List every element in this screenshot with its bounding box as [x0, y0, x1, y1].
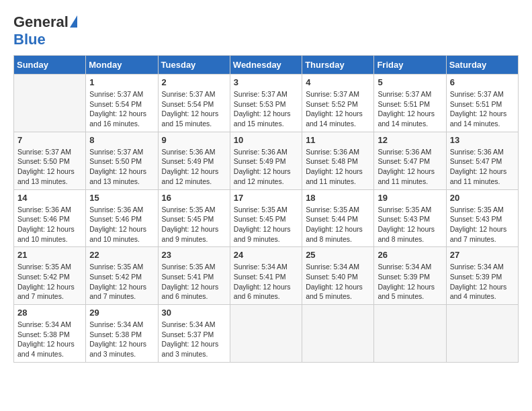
calendar-cell	[14, 75, 86, 132]
day-number: 20	[450, 193, 515, 203]
col-header-friday: Friday	[374, 56, 446, 75]
calendar-cell: 21Sunrise: 5:35 AM Sunset: 5:42 PM Dayli…	[14, 247, 86, 305]
calendar-cell: 10Sunrise: 5:36 AM Sunset: 5:49 PM Dayli…	[230, 132, 302, 189]
day-info: Sunrise: 5:35 AM Sunset: 5:45 PM Dayligh…	[234, 205, 298, 244]
calendar-cell: 13Sunrise: 5:36 AM Sunset: 5:47 PM Dayli…	[446, 132, 518, 189]
calendar-week-5: 28Sunrise: 5:34 AM Sunset: 5:38 PM Dayli…	[14, 305, 519, 363]
calendar-cell: 2Sunrise: 5:37 AM Sunset: 5:54 PM Daylig…	[158, 75, 230, 132]
day-info: Sunrise: 5:34 AM Sunset: 5:39 PM Dayligh…	[378, 262, 442, 302]
day-number: 6	[450, 77, 515, 87]
day-number: 28	[17, 308, 82, 318]
calendar-cell: 6Sunrise: 5:37 AM Sunset: 5:51 PM Daylig…	[446, 75, 518, 132]
day-number: 30	[162, 308, 226, 318]
day-number: 15	[89, 193, 154, 203]
calendar-cell	[374, 305, 446, 363]
day-number: 14	[17, 193, 82, 203]
day-info: Sunrise: 5:34 AM Sunset: 5:38 PM Dayligh…	[17, 320, 82, 359]
day-info: Sunrise: 5:36 AM Sunset: 5:49 PM Dayligh…	[234, 147, 298, 187]
calendar-cell: 30Sunrise: 5:34 AM Sunset: 5:37 PM Dayli…	[158, 305, 230, 363]
col-header-thursday: Thursday	[302, 56, 374, 75]
day-info: Sunrise: 5:35 AM Sunset: 5:43 PM Dayligh…	[378, 205, 442, 244]
calendar-cell	[446, 305, 518, 363]
day-number: 1	[89, 77, 154, 87]
day-number: 27	[450, 250, 515, 260]
day-number: 16	[162, 193, 226, 203]
day-info: Sunrise: 5:36 AM Sunset: 5:46 PM Dayligh…	[89, 205, 154, 244]
day-number: 11	[306, 135, 370, 145]
day-info: Sunrise: 5:35 AM Sunset: 5:41 PM Dayligh…	[162, 262, 226, 302]
day-info: Sunrise: 5:36 AM Sunset: 5:46 PM Dayligh…	[17, 205, 82, 244]
day-info: Sunrise: 5:36 AM Sunset: 5:47 PM Dayligh…	[378, 147, 442, 187]
col-header-tuesday: Tuesday	[158, 56, 230, 75]
calendar-week-3: 14Sunrise: 5:36 AM Sunset: 5:46 PM Dayli…	[14, 189, 519, 247]
col-header-sunday: Sunday	[14, 56, 86, 75]
day-info: Sunrise: 5:37 AM Sunset: 5:54 PM Dayligh…	[89, 89, 154, 129]
calendar-cell	[302, 305, 374, 363]
day-info: Sunrise: 5:35 AM Sunset: 5:43 PM Dayligh…	[450, 205, 515, 244]
calendar-cell: 1Sunrise: 5:37 AM Sunset: 5:54 PM Daylig…	[86, 75, 158, 132]
day-info: Sunrise: 5:34 AM Sunset: 5:37 PM Dayligh…	[162, 320, 226, 359]
logo-triangle-icon	[70, 15, 77, 28]
day-number: 2	[162, 77, 226, 87]
calendar-cell: 26Sunrise: 5:34 AM Sunset: 5:39 PM Dayli…	[374, 247, 446, 305]
day-number: 21	[17, 250, 82, 260]
calendar-cell: 19Sunrise: 5:35 AM Sunset: 5:43 PM Dayli…	[374, 189, 446, 247]
day-info: Sunrise: 5:37 AM Sunset: 5:53 PM Dayligh…	[234, 89, 298, 129]
day-info: Sunrise: 5:35 AM Sunset: 5:44 PM Dayligh…	[306, 205, 370, 244]
day-info: Sunrise: 5:37 AM Sunset: 5:50 PM Dayligh…	[17, 147, 82, 187]
day-info: Sunrise: 5:37 AM Sunset: 5:51 PM Dayligh…	[378, 89, 442, 129]
calendar-cell: 16Sunrise: 5:35 AM Sunset: 5:45 PM Dayli…	[158, 189, 230, 247]
calendar-header: SundayMondayTuesdayWednesdayThursdayFrid…	[14, 56, 519, 75]
calendar-cell: 8Sunrise: 5:37 AM Sunset: 5:50 PM Daylig…	[86, 132, 158, 189]
day-info: Sunrise: 5:37 AM Sunset: 5:54 PM Dayligh…	[162, 89, 226, 129]
day-number: 10	[234, 135, 298, 145]
day-number: 7	[17, 135, 82, 145]
day-info: Sunrise: 5:34 AM Sunset: 5:41 PM Dayligh…	[234, 262, 298, 302]
day-number: 19	[378, 193, 442, 203]
day-info: Sunrise: 5:36 AM Sunset: 5:47 PM Dayligh…	[450, 147, 515, 187]
calendar-cell: 4Sunrise: 5:37 AM Sunset: 5:52 PM Daylig…	[302, 75, 374, 132]
calendar-cell: 9Sunrise: 5:36 AM Sunset: 5:49 PM Daylig…	[158, 132, 230, 189]
calendar-week-1: 1Sunrise: 5:37 AM Sunset: 5:54 PM Daylig…	[14, 75, 519, 132]
calendar-cell: 29Sunrise: 5:34 AM Sunset: 5:38 PM Dayli…	[86, 305, 158, 363]
calendar-cell	[230, 305, 302, 363]
day-number: 5	[378, 77, 442, 87]
logo-general-text: General	[13, 13, 69, 31]
day-number: 23	[162, 250, 226, 260]
day-info: Sunrise: 5:37 AM Sunset: 5:50 PM Dayligh…	[89, 147, 154, 187]
day-info: Sunrise: 5:35 AM Sunset: 5:45 PM Dayligh…	[162, 205, 226, 244]
day-number: 22	[89, 250, 154, 260]
day-number: 26	[378, 250, 442, 260]
day-number: 8	[89, 135, 154, 145]
calendar-cell: 22Sunrise: 5:35 AM Sunset: 5:42 PM Dayli…	[86, 247, 158, 305]
day-info: Sunrise: 5:37 AM Sunset: 5:52 PM Dayligh…	[306, 89, 370, 129]
day-info: Sunrise: 5:34 AM Sunset: 5:40 PM Dayligh…	[306, 262, 370, 302]
calendar-table: SundayMondayTuesdayWednesdayThursdayFrid…	[13, 55, 519, 363]
calendar-cell: 27Sunrise: 5:34 AM Sunset: 5:39 PM Dayli…	[446, 247, 518, 305]
calendar-week-2: 7Sunrise: 5:37 AM Sunset: 5:50 PM Daylig…	[14, 132, 519, 189]
col-header-saturday: Saturday	[446, 56, 518, 75]
calendar-cell: 7Sunrise: 5:37 AM Sunset: 5:50 PM Daylig…	[14, 132, 86, 189]
col-header-monday: Monday	[86, 56, 158, 75]
calendar-cell: 3Sunrise: 5:37 AM Sunset: 5:53 PM Daylig…	[230, 75, 302, 132]
calendar-cell: 14Sunrise: 5:36 AM Sunset: 5:46 PM Dayli…	[14, 189, 86, 247]
calendar-cell: 15Sunrise: 5:36 AM Sunset: 5:46 PM Dayli…	[86, 189, 158, 247]
day-info: Sunrise: 5:35 AM Sunset: 5:42 PM Dayligh…	[89, 262, 154, 302]
day-number: 4	[306, 77, 370, 87]
page-header: General Blue	[13, 13, 519, 48]
calendar-cell: 12Sunrise: 5:36 AM Sunset: 5:47 PM Dayli…	[374, 132, 446, 189]
day-info: Sunrise: 5:36 AM Sunset: 5:48 PM Dayligh…	[306, 147, 370, 187]
day-info: Sunrise: 5:36 AM Sunset: 5:49 PM Dayligh…	[162, 147, 226, 187]
calendar-cell: 5Sunrise: 5:37 AM Sunset: 5:51 PM Daylig…	[374, 75, 446, 132]
day-info: Sunrise: 5:34 AM Sunset: 5:38 PM Dayligh…	[89, 320, 154, 359]
calendar-cell: 20Sunrise: 5:35 AM Sunset: 5:43 PM Dayli…	[446, 189, 518, 247]
day-info: Sunrise: 5:34 AM Sunset: 5:39 PM Dayligh…	[450, 262, 515, 302]
calendar-cell: 17Sunrise: 5:35 AM Sunset: 5:45 PM Dayli…	[230, 189, 302, 247]
calendar-cell: 18Sunrise: 5:35 AM Sunset: 5:44 PM Dayli…	[302, 189, 374, 247]
day-number: 3	[234, 77, 298, 87]
logo-blue-text: Blue	[13, 31, 46, 48]
day-number: 9	[162, 135, 226, 145]
calendar-cell: 25Sunrise: 5:34 AM Sunset: 5:40 PM Dayli…	[302, 247, 374, 305]
calendar-cell: 11Sunrise: 5:36 AM Sunset: 5:48 PM Dayli…	[302, 132, 374, 189]
calendar-cell: 23Sunrise: 5:35 AM Sunset: 5:41 PM Dayli…	[158, 247, 230, 305]
